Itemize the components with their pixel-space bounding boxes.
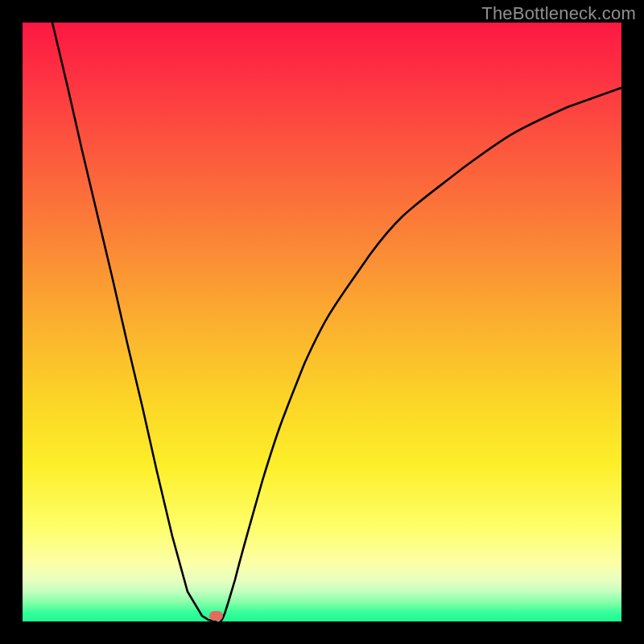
curve-layer (23, 23, 621, 621)
outer-frame: TheBottleneck.com (0, 0, 644, 644)
plot-area (23, 23, 621, 621)
minimum-marker (209, 611, 223, 621)
source-watermark: TheBottleneck.com (481, 3, 636, 24)
curve-left-branch (52, 23, 216, 621)
curve-right-branch (221, 88, 621, 621)
